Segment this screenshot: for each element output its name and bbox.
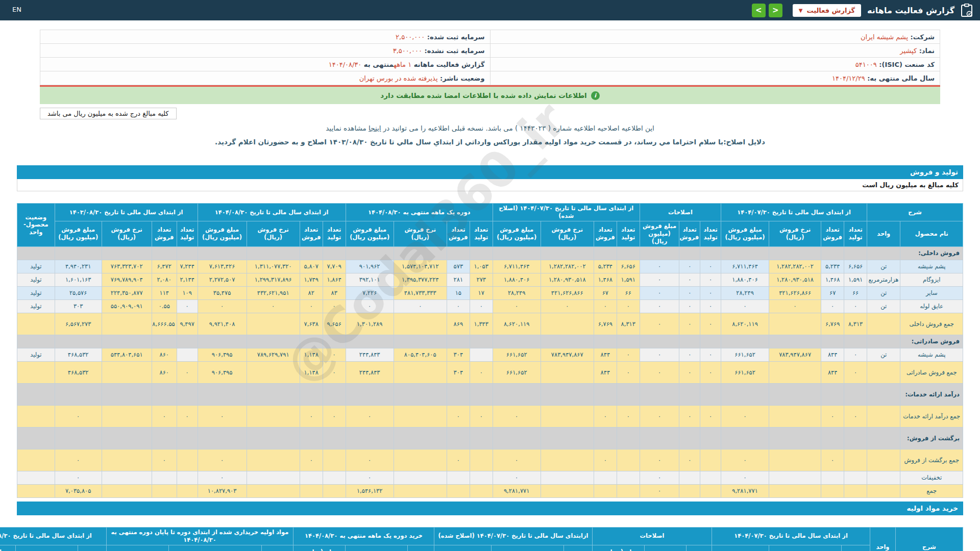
value-cell: ۰ [640,313,679,335]
section-cell [323,246,346,260]
value-cell [247,484,300,497]
nav-next-button[interactable]: > [769,4,782,17]
value-cell: ۱,۴۶۸ [594,273,617,286]
value-cell: ۰ [594,299,617,313]
signature-notice-bar: i اطلاعات نمایش داده شده با اطلاعات امضا… [40,87,940,104]
sub-column-header: تعداد تولید [177,221,198,247]
value-cell [394,471,447,484]
value-cell [769,313,821,335]
value-cell [700,449,721,471]
value-cell: ۸۶۰ [152,348,177,361]
value-cell: ۷,۶۱۳,۴۲۶ [198,260,247,273]
nav-prev-button[interactable]: < [752,4,766,17]
value-cell: ۰ [679,313,700,335]
section-cell [152,427,177,449]
sub-column-header: نرخ (ریال) [168,545,261,551]
info-cell: سال مالی منتهی به: ۱۴۰۴/۱۲/۲۹ [490,71,940,85]
product-name-cell: جمع درآمد ارائه خدمات [900,405,963,427]
value-cell [102,449,152,471]
sub-column-header: مقدار [407,545,434,551]
value-cell: ۰ [721,449,769,471]
value-cell [844,449,867,471]
sub-column-header: مبلغ فروش (میلیون ریال) [198,221,247,247]
value-cell: ۵۴۴,۸۰۴,۶۵۱ [102,348,152,361]
value-cell: ۶۶۱,۶۵۲ [721,348,769,361]
value-cell: ۰ [198,299,247,313]
sub-column-header: نرخ (ریال) [769,545,842,551]
value-cell: ۱,۵۹۱ [844,273,867,286]
status-cell [17,313,55,335]
value-cell: ۱,۸۶۴ [323,273,346,286]
status-cell: تولید [17,273,55,286]
value-cell: ۱,۷۴۹ [300,273,323,286]
sub-column-header: مبلغ (میلیون ریال) [434,545,491,551]
value-cell: ۰ [323,299,346,313]
group-header: از ابتدای سال مالی تا تاریخ ۱۴۰۴/۰۷/۳۰ [712,527,870,545]
navbar-right-group: گزارش فعالیت ماهانه گزارش فعالیت ▼ < > [752,4,980,17]
status-cell [17,449,55,471]
page-title: گزارش فعالیت ماهانه [867,6,954,15]
value-cell [102,471,152,484]
group-header: از ابتدای سال مالی تا تاریخ ۱۴۰۴/۰۷/۳۰ (… [493,204,640,221]
value-cell: ۹۰۶,۴۹۵ [198,361,247,383]
report-type-dropdown[interactable]: گزارش فعالیت ▼ [793,4,861,17]
value-cell: ۸۴۴ [594,348,617,361]
product-name-header: شرح [896,527,963,551]
value-cell: ۱,۲۸۲,۲۸۲,۰۰۲ [541,260,594,273]
info-label: نماد: [917,47,935,55]
value-cell: ۳۰۴ [447,361,470,383]
previous-notice-link[interactable]: اینجا [369,124,381,132]
value-cell: ۰ [640,361,679,383]
value-cell: ۸,۳۱۳ [844,313,867,335]
section-cell [447,383,470,405]
sub-column-header: تعداد فروش [679,221,700,247]
section-cell [346,427,394,449]
sub-column-header: مقدار [78,545,106,551]
value-cell: ۰ [769,299,821,313]
product-name-cell: جمع [900,484,963,497]
section-cell [177,246,198,260]
language-toggle[interactable]: EN [12,6,21,13]
value-cell [102,361,152,383]
sub-column-header: نرخ (ریال) [491,545,564,551]
section-cell [346,383,394,405]
section-cell [541,246,594,260]
value-cell: ۰ [679,449,700,471]
unit-cell: تن [867,286,900,299]
value-cell: ۴۸۱,۷۳۳,۳۳۳ [394,286,447,299]
value-cell: ۰ [541,299,594,313]
unit-cell [867,361,900,383]
value-cell [700,471,721,484]
value-cell: ۶,۷۱۱,۴۶۴ [721,260,769,273]
info-value: ۲,۵۰۰,۰۰۰ [396,33,425,41]
group-header: از ابتدای سال مالی تا تاریخ ۱۴۰۴/۰۸/۳۰ [198,204,346,221]
section-cell [17,335,55,348]
value-cell: ۲۲۴,۳۵۰,۸۷۷ [102,286,152,299]
section-cell [55,246,102,260]
section-cell [700,383,721,405]
section-cell [679,335,700,348]
section-cell [152,383,177,405]
value-cell: ۲۴۴,۸۴۳ [346,361,394,383]
value-cell: ۱,۲۸۰,۹۳۰,۵۱۸ [769,273,821,286]
value-cell: ۷۶۳,۳۲۳,۷۰۲ [102,260,152,273]
info-icon: i [591,91,600,100]
info-value: پشم شیشه ایران [861,33,908,41]
value-cell: ۶,۷۶۹ [821,313,844,335]
value-cell: ۰ [679,361,700,383]
unit-cell: تن [867,260,900,273]
value-cell: ۱,۳۰۱,۲۸۹ [346,313,394,335]
unit-cell [867,484,900,497]
value-cell: ۴,۹۴۰,۲۳۱ [55,260,102,273]
section-title-production-sales: تولید و فروش [17,165,963,179]
value-cell: ۰ [470,405,493,427]
section-cell [679,246,700,260]
section-cell [493,246,541,260]
info-value: کپشیر [900,47,917,55]
value-cell: ۵,۲۳۴ [821,260,844,273]
section-cell [769,335,821,348]
value-cell: ۸,۶۶۶.۵۵ [152,313,177,335]
section-cell [177,383,198,405]
value-cell: ۲۸,۲۴۹ [493,286,541,299]
value-cell [769,361,821,383]
